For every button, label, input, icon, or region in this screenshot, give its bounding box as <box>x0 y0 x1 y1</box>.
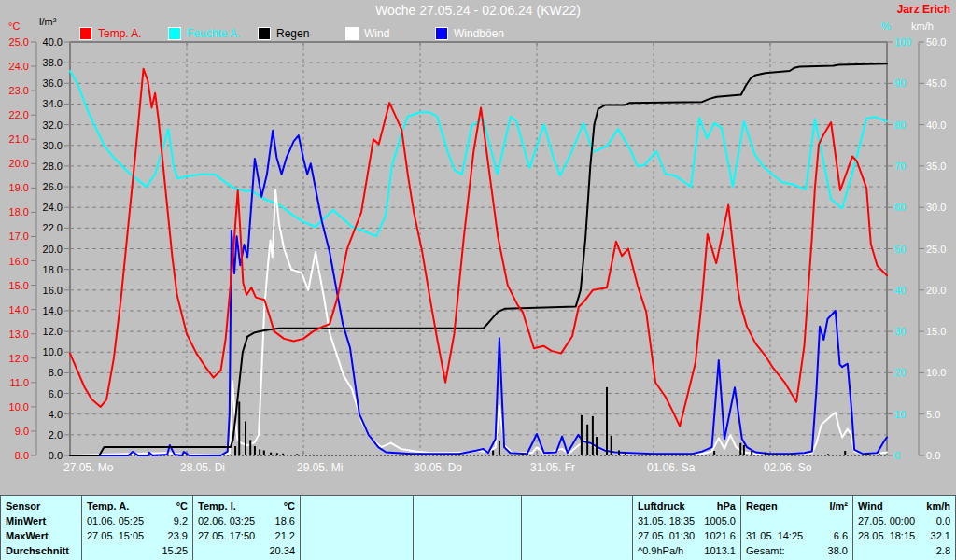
temp-axis-tick-label: 16.0 <box>9 256 29 267</box>
rain-bar <box>412 454 414 455</box>
temp-axis-tick-label: 11.0 <box>9 377 29 388</box>
sensor-name: Temp. A. <box>87 498 129 513</box>
avg-label: ^0.9hPa/h <box>638 543 683 558</box>
rain-axis-tick-label: 38.0 <box>43 57 63 68</box>
table-cell: 28.05. 18:1532.1 <box>853 528 955 543</box>
table-cell: 31.05. 14:256.6 <box>741 528 852 543</box>
humidity-axis-tick-label: 80 <box>894 119 906 131</box>
table-cell <box>414 513 521 528</box>
rain-bar <box>238 401 240 455</box>
max-value: 32.1 <box>915 528 950 543</box>
table-cell <box>522 498 632 513</box>
table-cell <box>301 528 413 543</box>
max-value <box>418 528 516 543</box>
rain-axis-tick-label: 26.0 <box>43 181 63 192</box>
min-value: 0.0 <box>915 513 950 528</box>
rain-axis-tick-label: 0.0 <box>49 450 63 461</box>
table-cell: 27.05. 01:301021.6 <box>633 528 740 543</box>
wind-axis-tick-label: 5.0 <box>926 409 940 420</box>
rain-axis-tick-label: 20.0 <box>43 244 63 255</box>
temp-axis-tick-label: 14.0 <box>9 304 29 315</box>
legend-item-0: Temp. A. <box>79 26 142 41</box>
avg-value: 38.0 <box>785 543 848 558</box>
rain-bar <box>596 437 598 455</box>
x-axis-day-label: 27.05. Mo <box>63 461 114 474</box>
table-sensor-column-Luftdruck: LuftdruckhPa31.05. 18:351005.027.05. 01:… <box>633 496 741 560</box>
min-value: 1005.0 <box>695 513 736 528</box>
humidity-axis-tick-label: 30 <box>894 326 906 337</box>
sensor-unit <box>305 498 408 513</box>
sensor-unit: l/m² <box>778 498 848 513</box>
statistics-table: SensorMinWertMaxWertDurchschnittTemp. A.… <box>0 495 956 560</box>
rain-bar <box>282 454 284 455</box>
legend-swatch-icon <box>79 27 92 40</box>
table-row-labels-column: SensorMinWertMaxWertDurchschnitt <box>0 496 82 560</box>
rain-bar <box>249 440 251 455</box>
table-sensor-column-empty <box>414 496 522 560</box>
rain-axis-tick-label: 36.0 <box>43 77 63 89</box>
sensor-unit: km/h <box>883 498 950 513</box>
table-row-label: MinWert <box>1 513 81 528</box>
wind-axis-tick-label: 30.0 <box>926 202 946 213</box>
table-cell <box>414 528 521 543</box>
legend-swatch-icon <box>258 27 271 40</box>
rain-bar <box>276 453 278 455</box>
temp-axis-tick-label: 17.0 <box>9 231 29 242</box>
rain-bar <box>527 454 528 455</box>
wind-axis-tick-label: 40.0 <box>926 119 946 131</box>
rain-bar <box>254 446 256 455</box>
humidity-axis-tick-label: 50 <box>894 244 906 255</box>
table-cell: 2.8 <box>853 543 955 558</box>
series-wind-gusts <box>70 131 887 455</box>
max-value: 6.6 <box>803 528 848 543</box>
legend-item-1: Feuchte A. <box>168 26 240 41</box>
rain-bar <box>245 421 246 455</box>
table-row-label: MaxWert <box>1 528 81 543</box>
rain-bar <box>844 451 846 455</box>
sensor-unit <box>418 498 516 513</box>
table-cell: 15.25 <box>82 543 192 558</box>
rain-bar <box>270 453 272 455</box>
rain-bar <box>312 455 314 455</box>
table-cell: 27.05. 00:000.0 <box>853 513 955 528</box>
avg-value <box>527 543 627 558</box>
rain-bar <box>774 454 776 455</box>
rain-axis-tick-label: 6.0 <box>49 388 63 399</box>
series-wind <box>70 190 887 455</box>
wind-axis-tick-label: 45.0 <box>926 77 946 89</box>
rain-bar <box>827 454 829 455</box>
table-cell: Windkm/h <box>853 498 955 513</box>
temp-axis-tick-label: 20.0 <box>9 158 29 169</box>
rain-axis-tick-label: 34.0 <box>43 98 63 109</box>
rain-bar <box>259 449 260 455</box>
rain-axis-tick-label: 10.0 <box>43 346 63 357</box>
max-value <box>305 528 408 543</box>
rain-bar <box>234 446 236 455</box>
min-value <box>527 513 627 528</box>
wind-axis-tick-label: 15.0 <box>926 326 946 337</box>
x-axis-day-label: 28.05. Di <box>180 461 225 474</box>
legend-item-2: Regen <box>258 26 309 41</box>
page-title: Woche 27.05.24 - 02.06.24 (KW22) <box>0 3 956 18</box>
temp-axis-tick-label: 22.0 <box>9 109 29 120</box>
rain-axis-tick-label: 18.0 <box>43 264 63 275</box>
legend-swatch-icon <box>168 27 181 40</box>
table-cell: Temp. A.°C <box>82 498 192 513</box>
avg-label: Gesamt: <box>746 543 785 558</box>
rain-bar <box>743 445 745 455</box>
table-cell <box>301 543 413 558</box>
avg-value: 15.25 <box>87 543 188 558</box>
rain-bar <box>867 454 869 455</box>
sensor-name: Regen <box>746 498 778 513</box>
max-value: 1021.6 <box>695 528 736 543</box>
chart-legend: Temp. A.Feuchte A.RegenWindWindböen <box>0 26 956 41</box>
sensor-name: Wind <box>858 498 883 513</box>
table-cell <box>414 543 521 558</box>
temp-axis-tick-label: 8.0 <box>15 450 29 461</box>
rain-axis-tick-label: 30.0 <box>43 140 63 151</box>
table-cell <box>301 513 413 528</box>
rain-bar <box>739 443 741 455</box>
rain-bar <box>592 416 594 455</box>
max-value <box>527 528 627 543</box>
table-cell <box>414 498 521 513</box>
